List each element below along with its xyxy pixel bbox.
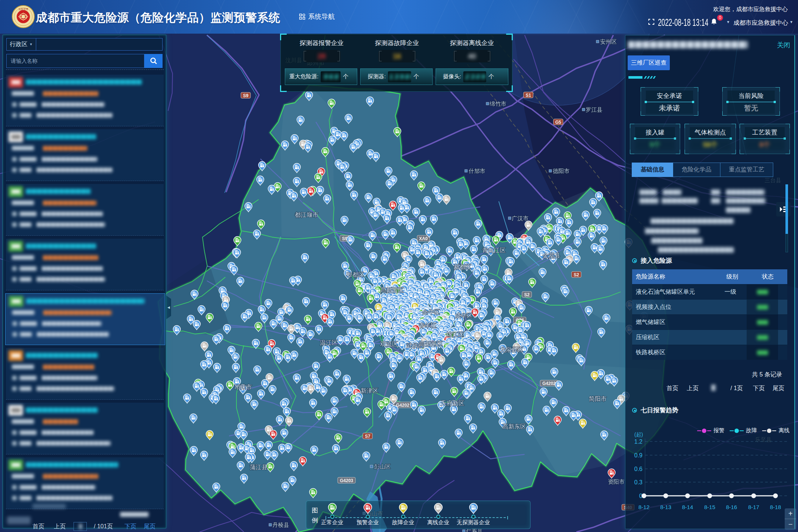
svg-text:G5: G5 (555, 120, 561, 125)
svg-text:8-18: 8-18 (770, 504, 781, 510)
svg-text:新都区: 新都区 (454, 264, 471, 270)
svg-text:广汉市: 广汉市 (512, 215, 529, 221)
svg-text:彭山区: 彭山区 (374, 463, 391, 470)
svg-text:高新东区: 高新东区 (502, 423, 526, 430)
svg-text:锦江区: 锦江区 (446, 331, 464, 338)
svg-text:0.6: 0.6 (634, 466, 642, 472)
svg-text:8-12: 8-12 (638, 504, 649, 510)
svg-text:丹棱县: 丹棱县 (273, 522, 289, 528)
svg-text:新津区: 新津区 (361, 388, 378, 394)
svg-text:金牛区: 金牛区 (422, 309, 440, 315)
svg-text:8-17: 8-17 (748, 504, 759, 510)
svg-text:高新西区: 高新西区 (380, 287, 404, 293)
svg-text:都江堰市: 都江堰市 (295, 212, 318, 218)
svg-text:S2: S2 (524, 292, 530, 297)
svg-text:8-14: 8-14 (682, 504, 693, 510)
svg-text:应急管理: 应急管理 (18, 8, 28, 11)
svg-text:青羊区: 青羊区 (419, 323, 437, 329)
svg-text:8-16: 8-16 (726, 504, 737, 510)
svg-text:绵竹市: 绵竹市 (490, 100, 507, 107)
svg-text:郫都区: 郫都区 (347, 272, 364, 278)
svg-text:S7: S7 (365, 434, 371, 439)
svg-text:邛崃市: 邛崃市 (234, 384, 252, 390)
svg-text:0.9: 0.9 (634, 452, 642, 458)
svg-text:双流区: 双流区 (380, 341, 398, 347)
svg-text:XA0: XA0 (419, 236, 428, 241)
svg-text:安州区: 安州区 (600, 38, 617, 45)
svg-text:德阳市: 德阳市 (553, 168, 570, 174)
svg-text:什邡市: 什邡市 (468, 168, 485, 174)
svg-text:S2: S2 (574, 272, 579, 277)
svg-text:简阳市: 简阳市 (589, 396, 607, 402)
svg-text:龙泉驿区: 龙泉驿区 (500, 347, 524, 353)
svg-text:金堂县: 金堂县 (543, 252, 560, 259)
svg-text:G4202: G4202 (396, 403, 409, 408)
svg-text:温江区: 温江区 (320, 340, 338, 346)
svg-text:S1: S1 (526, 93, 531, 98)
svg-text:蒲江县: 蒲江县 (250, 464, 267, 470)
svg-text:1.2: 1.2 (634, 439, 642, 445)
svg-text:资阳市: 资阳市 (608, 478, 625, 485)
svg-text:G4202: G4202 (542, 381, 556, 386)
svg-text:高新南区: 高新南区 (419, 341, 443, 347)
svg-text:罗江县: 罗江县 (586, 106, 603, 113)
svg-text:8-15: 8-15 (704, 504, 715, 510)
svg-text:青白江区: 青白江区 (482, 247, 506, 253)
svg-text:S9: S9 (243, 93, 249, 98)
svg-text:成华区: 成华区 (455, 313, 473, 319)
svg-text:天府新区: 天府新区 (441, 400, 464, 406)
svg-text:0.3: 0.3 (634, 479, 642, 485)
svg-text:G4203: G4203 (340, 478, 353, 483)
svg-text:8-13: 8-13 (660, 504, 671, 510)
